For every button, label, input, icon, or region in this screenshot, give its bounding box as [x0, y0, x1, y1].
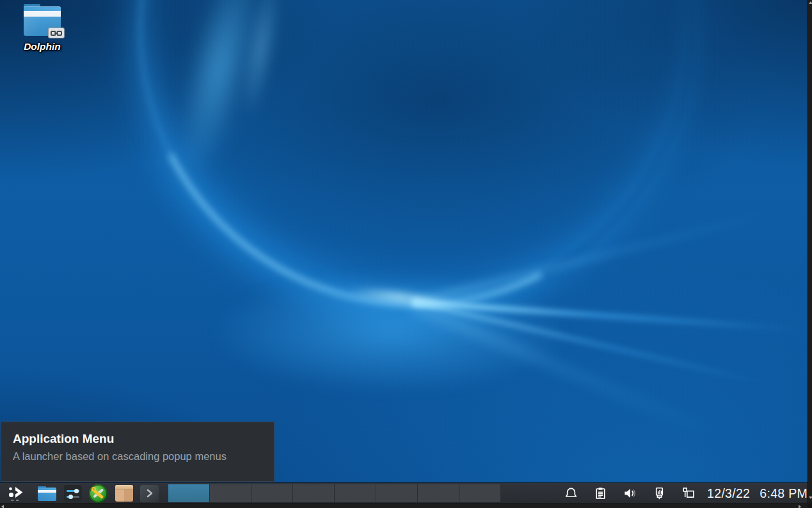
taskbar-panel: 12/3/22 6:48 PM — [0, 482, 808, 504]
sliders-icon — [64, 485, 82, 502]
link-emblem-icon — [48, 28, 65, 38]
horizontal-scrollbar[interactable] — [0, 504, 808, 508]
green-tools-sphere-icon — [89, 484, 107, 503]
clock-time: 6:48 PM — [760, 486, 808, 501]
task-button[interactable] — [251, 484, 293, 502]
task-button[interactable] — [459, 484, 501, 502]
task-button-active[interactable] — [168, 484, 210, 502]
mx-menu-icon — [6, 485, 26, 502]
folder-icon — [22, 4, 62, 37]
scroll-right-arrow-icon[interactable] — [799, 505, 801, 508]
display-layout-icon[interactable] — [680, 485, 697, 502]
folder-band — [24, 11, 61, 17]
wallpaper-ray-2 — [412, 299, 787, 390]
wallpaper-ray-3 — [410, 300, 745, 450]
task-button[interactable] — [293, 484, 335, 502]
desktop-icon-dolphin[interactable]: Dolphin — [9, 4, 76, 52]
slider-knob-bottom — [68, 495, 73, 499]
application-menu-button[interactable] — [5, 484, 26, 502]
notifications-bell-icon[interactable] — [562, 485, 579, 502]
terminal-launcher[interactable] — [139, 484, 160, 502]
desktop[interactable]: Dolphin Application Menu A launcher base… — [0, 0, 808, 504]
system-tray — [562, 485, 697, 502]
package-installer-launcher[interactable] — [113, 484, 134, 502]
task-button[interactable] — [335, 484, 376, 502]
wallpaper-highlight — [345, 283, 455, 313]
wallpaper-stream — [163, 0, 276, 183]
task-button[interactable] — [418, 484, 459, 502]
mx-tools-launcher[interactable] — [88, 484, 109, 502]
package-flap — [115, 485, 133, 489]
wrench-ring — [92, 487, 96, 491]
task-manager — [168, 484, 501, 502]
wallpaper-arc — [66, 0, 766, 379]
vertical-scrollbar[interactable] — [808, 0, 812, 508]
package-box-icon — [115, 485, 133, 502]
wallpaper-under-glow — [211, 272, 569, 393]
wallpaper-ray-up — [412, 203, 799, 306]
clipboard-icon[interactable] — [592, 485, 609, 502]
desktop-icon-label: Dolphin — [9, 41, 76, 52]
scrollbar-corner — [808, 504, 812, 508]
scroll-down-arrow-icon[interactable] — [809, 496, 812, 499]
slider-knob-top — [74, 489, 79, 493]
scroll-left-arrow-icon[interactable] — [1, 505, 4, 508]
file-manager-launcher[interactable] — [36, 484, 58, 502]
wallpaper-ray-1 — [413, 299, 808, 333]
terminal-chevron-icon — [140, 485, 159, 502]
tooltip-title: Application Menu — [13, 432, 262, 446]
digital-clock[interactable]: 12/3/22 6:48 PM — [707, 486, 808, 501]
dolphin-folder-icon — [38, 486, 56, 501]
wallpaper-stream-2 — [234, 0, 287, 123]
panel-launchers — [0, 484, 160, 502]
audio-volume-icon[interactable] — [621, 485, 638, 502]
task-button[interactable] — [376, 484, 418, 502]
scroll-up-arrow-icon[interactable] — [809, 1, 812, 4]
task-button[interactable] — [210, 484, 251, 502]
mini-folder-band — [38, 490, 56, 493]
tooltip-application-menu: Application Menu A launcher based on cas… — [1, 422, 275, 482]
device-meter-icon[interactable] — [651, 485, 667, 502]
wallpaper-arc-glow — [58, 0, 774, 386]
screen: Dolphin Application Menu A launcher base… — [0, 0, 812, 508]
system-settings-launcher[interactable] — [62, 484, 83, 502]
clock-date: 12/3/22 — [707, 486, 750, 501]
tooltip-subtitle: A launcher based on cascading popup menu… — [13, 450, 262, 463]
